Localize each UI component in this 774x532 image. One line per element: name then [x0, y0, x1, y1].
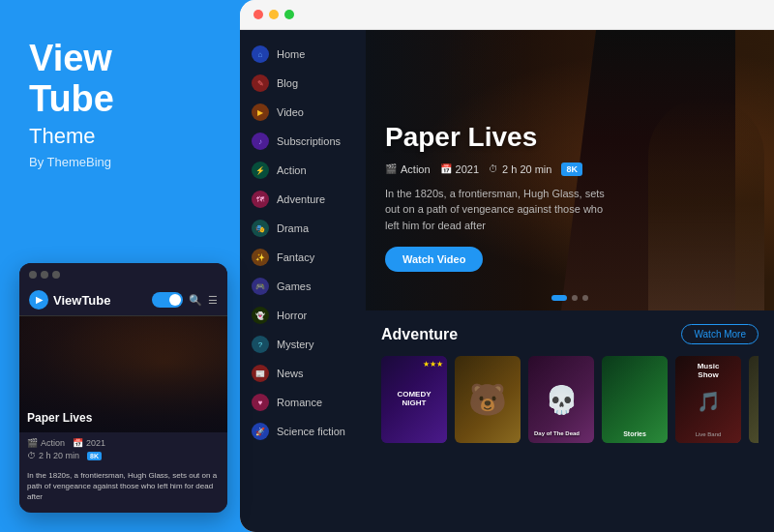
- sidebar-item-news[interactable]: 📰 News: [240, 359, 366, 388]
- adventure-section-title: Adventure: [381, 326, 458, 343]
- sidebar-item-scifi[interactable]: 🚀 Science fiction: [240, 417, 366, 446]
- mobile-year: 📅 2021: [73, 438, 105, 448]
- menu-icon[interactable]: ☰: [208, 294, 218, 307]
- sidebar-item-blog[interactable]: ✎ Blog: [240, 69, 366, 98]
- mobile-mockup: ▶ ViewTube 🔍 ☰ Paper Lives 🎬 Action: [19, 263, 227, 513]
- minimize-dot[interactable]: [269, 10, 279, 19]
- sidebar: ⌂ Home ✎ Blog ▶ Video ♪ Subscriptions ⚡ …: [240, 30, 366, 532]
- watch-more-button[interactable]: Watch More: [681, 324, 759, 344]
- hero-duration: ⏱ 2 h 20 min: [489, 163, 551, 175]
- card-comedy-night[interactable]: COMEDYNIGHT ★★★: [381, 356, 447, 443]
- sidebar-item-mystery[interactable]: ? Mystery: [240, 330, 366, 359]
- sidebar-item-games[interactable]: 🎮 Games: [240, 272, 366, 301]
- adventure-cards: COMEDYNIGHT ★★★ 🐻 💀 Day of The Dead: [381, 356, 759, 443]
- sidebar-item-fantacy[interactable]: ✨ Fantacy: [240, 243, 366, 272]
- browser-bar: [240, 0, 774, 30]
- search-icon[interactable]: 🔍: [189, 294, 202, 307]
- sidebar-item-romance[interactable]: ♥ Romance: [240, 388, 366, 417]
- mobile-toggle[interactable]: [152, 292, 183, 308]
- card-music-show[interactable]: MusicShow 🎵 Live Band: [675, 356, 741, 443]
- mobile-description: In the 1820s, a frontiersman, Hugh Glass…: [19, 466, 227, 507]
- adventure-section: Adventure Watch More COMEDYNIGHT ★★★ 🐻: [366, 310, 774, 457]
- close-dot[interactable]: [253, 10, 263, 19]
- hero-title: Paper Lives: [385, 122, 617, 153]
- hero-meta: 🎬 Action 📅 2021 ⏱ 2 h 20 min 8K: [385, 163, 617, 176]
- mobile-genre: 🎬 Action: [27, 438, 65, 448]
- brand-name: View Tube Theme By ThemeBing: [29, 39, 211, 169]
- right-panel: ⌂ Home ✎ Blog ▶ Video ♪ Subscriptions ⚡ …: [240, 0, 774, 532]
- sidebar-item-video[interactable]: ▶ Video: [240, 98, 366, 127]
- card-crater[interactable]: 🌑 CRATER: [749, 356, 759, 443]
- sidebar-item-adventure[interactable]: 🗺 Adventure: [240, 185, 366, 214]
- mobile-duration: ⏱ 2 h 20 min: [27, 451, 79, 460]
- sidebar-item-subscriptions[interactable]: ♪ Subscriptions: [240, 127, 366, 156]
- sidebar-item-action[interactable]: ⚡ Action: [240, 156, 366, 185]
- main-content: Paper Lives 🎬 Action 📅 2021 ⏱ 2 h 20 m: [366, 30, 774, 532]
- mobile-logo: ▶ ViewTube: [29, 290, 110, 310]
- hero-quality-badge: 8K: [561, 163, 582, 176]
- mobile-hero-image: Paper Lives: [19, 316, 227, 432]
- hero-year: 📅 2021: [440, 163, 479, 175]
- hero-section: Paper Lives 🎬 Action 📅 2021 ⏱ 2 h 20 m: [366, 30, 774, 310]
- maximize-dot[interactable]: [284, 10, 294, 19]
- sidebar-item-horror[interactable]: 👻 Horror: [240, 301, 366, 330]
- hero-description: In the 1820s, a frontiersman, Hugh Glass…: [385, 186, 617, 234]
- sidebar-item-drama[interactable]: 🎭 Drama: [240, 214, 366, 243]
- watch-video-button[interactable]: Watch Video: [385, 247, 483, 272]
- card-stories[interactable]: Stories: [602, 356, 668, 443]
- sidebar-item-home[interactable]: ⌂ Home: [240, 40, 366, 69]
- left-panel: View Tube Theme By ThemeBing ▶ ViewTube …: [0, 0, 240, 532]
- hero-genre: 🎬 Action: [385, 163, 431, 175]
- mobile-quality-badge: 8K: [87, 452, 102, 460]
- card-day-of-dead[interactable]: 💀 Day of The Dead: [528, 356, 594, 443]
- card-bear[interactable]: 🐻: [455, 356, 521, 443]
